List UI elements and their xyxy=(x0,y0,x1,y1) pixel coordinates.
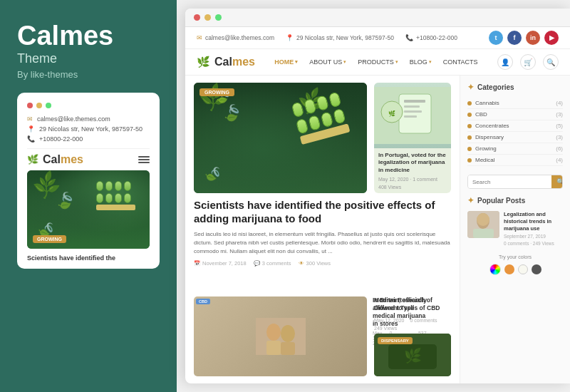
facebook-icon[interactable]: f xyxy=(507,31,522,45)
list-item[interactable]: Concentrates (5) xyxy=(467,120,563,132)
card-logo: 🌿 Calmes xyxy=(27,148,150,170)
categories-title: ✦ Categories xyxy=(467,83,563,92)
pill xyxy=(328,91,342,108)
nav-products[interactable]: PRODUCTS▾ xyxy=(358,58,398,66)
popular-post-title: Legalization and historical trends in ma… xyxy=(504,211,563,232)
search-input[interactable] xyxy=(468,175,551,188)
nav-about[interactable]: ABOUT US▾ xyxy=(309,58,346,66)
browser-dot-red[interactable] xyxy=(194,14,200,21)
category-list: Cannabis (4) CBD (3) Concentrates (5) xyxy=(467,98,563,166)
cart-icon[interactable]: 🛒 xyxy=(520,54,536,70)
nav-links: HOME▾ ABOUT US▾ PRODUCTS▾ BLOG▾ CONTACTS xyxy=(274,58,477,66)
list-item[interactable]: CBD (3) xyxy=(467,109,563,120)
cat-dot xyxy=(467,147,472,151)
featured-badge: GROWING xyxy=(200,88,234,96)
nav-arrow: ▾ xyxy=(429,59,432,65)
lower-post-1: CBD In Britain, officially allowed to se… xyxy=(194,296,367,376)
list-item[interactable]: Cannabis (4) xyxy=(467,98,563,109)
nav-logo-text: Calmes xyxy=(214,56,255,68)
color-swatch-light[interactable] xyxy=(518,264,528,274)
dispensary-views: 249 Views xyxy=(374,326,451,331)
browser-dot-yellow[interactable] xyxy=(204,14,211,21)
browser-dot-green[interactable] xyxy=(215,14,222,21)
lower-posts: CBD In Britain, officially allowed to se… xyxy=(194,296,451,376)
list-item[interactable]: Dispensary (3) xyxy=(467,132,563,143)
nav-logo: 🌿 Calmes xyxy=(197,56,255,68)
svg-text:🌿: 🌿 xyxy=(404,347,422,364)
secondary-content: In Portugal, voted for the legalization … xyxy=(374,148,451,193)
hamburger-menu[interactable] xyxy=(138,156,150,163)
contact-bar: ✉ calmes@like.themes.com 📍 29 Nicolas st… xyxy=(197,34,457,41)
color-swatch-orange[interactable] xyxy=(504,264,514,274)
pill xyxy=(304,98,317,115)
nav-bar: 🌿 Calmes HOME▾ ABOUT US▾ PRODUCTS▾ BLOG▾… xyxy=(185,49,570,76)
list-item[interactable]: Medical (4) xyxy=(467,155,563,166)
nav-home[interactable]: HOME▾ xyxy=(274,58,298,66)
svg-rect-12 xyxy=(281,342,295,355)
youtube-icon[interactable]: ▶ xyxy=(544,31,559,45)
search-nav-icon[interactable]: 🔍 xyxy=(543,54,559,70)
color-swatches xyxy=(489,264,542,275)
twitter-icon[interactable]: t xyxy=(489,31,503,45)
pill-pack xyxy=(96,181,135,213)
user-icon[interactable]: 👤 xyxy=(497,54,513,70)
hamburger-line xyxy=(138,162,150,163)
phone-icon: 📞 xyxy=(27,135,35,143)
location-bar-icon: 📍 xyxy=(286,34,294,41)
svg-point-10 xyxy=(281,325,295,342)
svg-rect-18 xyxy=(473,229,494,238)
logo-text: Calmes xyxy=(43,153,83,166)
article-views: 👁 300 Views xyxy=(299,260,331,267)
card-caption: Scientists have identified the xyxy=(27,249,150,269)
popular-icon: ✦ xyxy=(467,196,474,205)
dispensary-post: Modren Research of Different Types of CB… xyxy=(374,296,451,376)
pill xyxy=(115,181,122,191)
hamburger-line xyxy=(138,159,150,160)
email-line: ✉ calmes@like.themes.com xyxy=(27,115,150,123)
cat-dot xyxy=(467,101,472,105)
cat-dot xyxy=(467,113,472,117)
color-wheel-label: Try your colors xyxy=(499,254,532,259)
svg-point-9 xyxy=(266,324,281,341)
browser-content: ✉ calmes@like.themes.com 📍 29 Nicolas st… xyxy=(185,27,570,383)
dot-yellow[interactable] xyxy=(36,103,42,108)
email-icon: ✉ xyxy=(27,115,33,123)
secondary-post: MEDICAL 🌿 xyxy=(374,83,451,193)
dot-red[interactable] xyxy=(27,103,33,108)
svg-rect-11 xyxy=(266,341,281,355)
cat-dot xyxy=(467,135,472,140)
hamburger-line xyxy=(138,156,150,158)
article-comments: 💬 3 comments xyxy=(254,260,291,267)
color-wheel-icon[interactable] xyxy=(489,264,501,275)
svg-rect-2 xyxy=(404,100,425,103)
categories-icon: ✦ xyxy=(467,83,474,92)
pill xyxy=(124,193,131,203)
popular-post-stats: 0 comments · 249 Views xyxy=(504,241,563,246)
pill xyxy=(321,111,334,128)
nav-contacts[interactable]: CONTACTS xyxy=(443,58,478,66)
card-image: 🌿 🍃 🍃 GROWING xyxy=(27,170,150,249)
svg-rect-5 xyxy=(404,115,417,118)
brand-by: By like-themes xyxy=(17,69,160,80)
list-item[interactable]: Growing (6) xyxy=(467,143,563,155)
post-image-couple: CBD xyxy=(194,296,367,376)
secondary-post-image: MEDICAL 🌿 xyxy=(374,83,451,148)
window-dots xyxy=(27,103,150,108)
nav-blog[interactable]: BLOG▾ xyxy=(410,58,432,66)
svg-point-19 xyxy=(477,213,489,226)
address-bar-item: 📍 29 Nicolas str, New York, 987597-50 xyxy=(286,34,394,41)
views-icon: 👁 xyxy=(299,260,304,267)
email-bar-icon: ✉ xyxy=(197,34,202,41)
left-card: ✉ calmes@like.themes.com 📍 29 Nicolas st… xyxy=(17,93,160,269)
color-swatch-dark[interactable] xyxy=(532,264,542,274)
dispensary-title: Modren Research of Different Types of CB… xyxy=(374,296,451,312)
nav-arrow: ▾ xyxy=(343,59,346,65)
logo: 🌿 Calmes xyxy=(27,153,83,166)
search-button[interactable]: 🔍 xyxy=(551,175,563,188)
secondary-meta: May 12, 2020 · 1 comment xyxy=(378,177,447,182)
cat-dot xyxy=(467,158,472,163)
dot-green[interactable] xyxy=(46,103,51,108)
phone-bar-icon: 📞 xyxy=(405,34,413,41)
instagram-icon[interactable]: in xyxy=(526,31,540,45)
featured-row: 🌿 🍃 🍃 🌿 🍃 GROWING xyxy=(194,83,451,193)
